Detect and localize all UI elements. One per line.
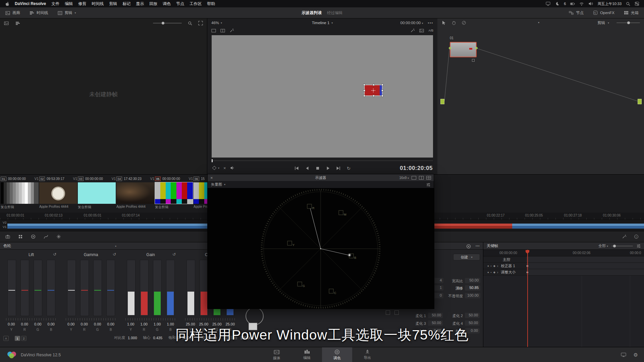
window-handle[interactable] xyxy=(381,84,383,86)
kf-row-corrector[interactable]: ●▪◆› 校正器 1 xyxy=(483,263,644,269)
enhanced-viewer-wand-icon[interactable] xyxy=(229,28,234,33)
aspect-value[interactable]: 50.00 xyxy=(465,278,480,283)
dot-icon[interactable]: ● xyxy=(487,264,489,267)
battery-icon[interactable] xyxy=(570,2,575,6)
window-handle[interactable] xyxy=(381,95,383,97)
audio-mute-icon[interactable] xyxy=(230,166,235,170)
loop-button[interactable]: ↻ xyxy=(347,166,351,171)
clip-item[interactable]: 0300:00:00:00V1 复合剪辑 xyxy=(78,176,116,209)
settings-gear-icon[interactable]: ⚙ xyxy=(634,352,638,358)
scopes-titlebar[interactable]: × 示波器 16x9 ▾ xyxy=(208,174,434,181)
timeline-clip-segment[interactable] xyxy=(512,224,644,229)
scope-layout-dual-icon[interactable] xyxy=(419,176,424,180)
page-color-active[interactable]: 调色 xyxy=(322,347,352,362)
clip-item[interactable]: 0209:53:39:17V1 Apple ProRes 4444 xyxy=(39,176,77,208)
control-center-icon[interactable] xyxy=(635,1,639,6)
window-handle[interactable] xyxy=(373,84,375,86)
menu-edit[interactable]: 编辑 xyxy=(65,1,73,7)
nodes-toggle-button[interactable]: 节点 xyxy=(569,10,584,15)
menu-clock[interactable]: 周五上午10:33 xyxy=(597,1,622,6)
gamma-bars[interactable] xyxy=(64,260,117,316)
soft3-value[interactable]: 50.00 xyxy=(428,320,443,326)
scope-layout-single-icon[interactable] xyxy=(412,176,416,180)
reset-icon[interactable]: ↺ xyxy=(172,252,176,257)
wifi-icon[interactable] xyxy=(579,2,584,6)
expand-icon[interactable] xyxy=(198,21,203,25)
window-handle[interactable] xyxy=(363,95,365,97)
source-node[interactable] xyxy=(440,99,444,104)
camera-raw-tab-icon[interactable] xyxy=(5,234,10,239)
wheel-mode-icon[interactable] xyxy=(466,244,470,248)
window-handle[interactable] xyxy=(373,95,375,97)
window-curve-tool-icon[interactable] xyxy=(394,310,399,315)
volume-icon[interactable] xyxy=(588,1,593,6)
app-menu[interactable]: DaVinci Resolve xyxy=(15,1,46,6)
clip-thumbnail[interactable] xyxy=(116,182,154,204)
menu-clip[interactable]: 剪辑 xyxy=(109,1,117,7)
opacity-value[interactable]: 100.00 xyxy=(465,293,480,298)
scope-aspect-select[interactable]: 16x9 ▾ xyxy=(399,176,409,180)
openfx-toggle-button[interactable]: OpenFX xyxy=(593,10,614,15)
color-wheels-tab-icon[interactable] xyxy=(31,234,36,239)
menu-help[interactable]: 帮助 xyxy=(207,1,215,7)
clip-item[interactable]: 0100:00:00:00V1 复合剪辑 xyxy=(1,176,39,209)
window-handle[interactable] xyxy=(363,84,365,86)
ab-compare-toggle[interactable]: A/B xyxy=(428,29,433,32)
clip-item-selected[interactable]: 0500:00:00:00V1 复合剪辑 xyxy=(155,176,193,209)
keyframes-zoom-slider[interactable] xyxy=(611,246,633,246)
qualifier-tab-icon[interactable] xyxy=(56,234,61,239)
play-button[interactable] xyxy=(326,166,330,171)
thumbnail-size-slider[interactable] xyxy=(153,23,182,23)
stop-button[interactable] xyxy=(315,166,320,171)
clip-thumbnail[interactable] xyxy=(39,182,77,204)
scope-settings-icon[interactable] xyxy=(426,182,430,187)
chevron-right-icon[interactable]: › xyxy=(497,270,498,274)
master-wheel-ticks[interactable] xyxy=(66,318,116,320)
scope-type-select[interactable]: 矢量图 xyxy=(211,182,222,187)
go-to-end-button[interactable] xyxy=(336,166,341,171)
menu-view[interactable]: 显示 xyxy=(136,1,144,7)
lift-bars[interactable] xyxy=(5,260,58,316)
clip-thumbnail[interactable] xyxy=(155,182,193,204)
scope-layout-quad-icon[interactable] xyxy=(426,176,431,180)
menu-color[interactable]: 调色 xyxy=(163,1,171,7)
timeline-name-select[interactable]: Timeline 1 ▾ xyxy=(312,21,333,25)
spotlight-icon[interactable] xyxy=(626,2,630,6)
gallery-toggle-button[interactable]: 画廊 xyxy=(5,10,20,15)
node-input-port[interactable] xyxy=(449,47,451,49)
menu-workspace[interactable]: 工作区 xyxy=(190,1,202,7)
clips-toggle-button[interactable]: 剪辑 ▾ xyxy=(58,10,76,15)
screen-mirroring-icon[interactable] xyxy=(546,1,550,6)
viewer-scrub-bar[interactable] xyxy=(212,161,433,161)
page-deliver[interactable]: 导出 xyxy=(352,347,382,362)
menu-nodes[interactable]: 节点 xyxy=(176,1,184,7)
page-media[interactable]: 媒体 xyxy=(262,347,292,362)
viewer-zoom-select[interactable]: 46% xyxy=(211,21,219,25)
keyframes-ruler[interactable]: 00:00:00:00 00:00:02:06 00:00:0 xyxy=(483,250,644,256)
timeline-toggle-button[interactable]: 时间线 xyxy=(30,10,48,15)
menu-playback[interactable]: 回放 xyxy=(149,1,157,7)
highlight-wand-icon[interactable] xyxy=(410,28,415,33)
dot-icon[interactable]: ● xyxy=(487,271,489,274)
viewer-canvas[interactable] xyxy=(212,35,433,158)
keyframes-options-icon[interactable] xyxy=(636,244,641,248)
gallery-stills-icon[interactable] xyxy=(4,21,9,25)
output-node[interactable] xyxy=(638,99,642,104)
window-handle[interactable] xyxy=(381,89,383,92)
keyframes-filter-select[interactable]: 全部 ▾ xyxy=(598,243,608,248)
window-handle[interactable] xyxy=(363,89,365,92)
power-window-selection[interactable] xyxy=(364,85,382,96)
gain-bars[interactable] xyxy=(124,260,177,316)
soft2-value[interactable]: 50.00 xyxy=(465,313,480,318)
corrector-node[interactable] xyxy=(450,42,477,57)
window-move-icon[interactable] xyxy=(371,88,376,93)
bypass-icon[interactable]: × xyxy=(223,166,226,170)
window-shape-circle[interactable] xyxy=(246,307,264,325)
diamond-icon[interactable]: ◆ xyxy=(493,271,495,274)
viewer-mode-icon[interactable] xyxy=(211,28,216,33)
master-wheel-ticks[interactable] xyxy=(125,318,176,320)
menu-timeline[interactable]: 时间线 xyxy=(92,1,104,7)
node-key-output[interactable] xyxy=(472,59,475,62)
window-gradient-tool-icon[interactable] xyxy=(386,310,390,315)
search-icon[interactable] xyxy=(188,21,192,25)
